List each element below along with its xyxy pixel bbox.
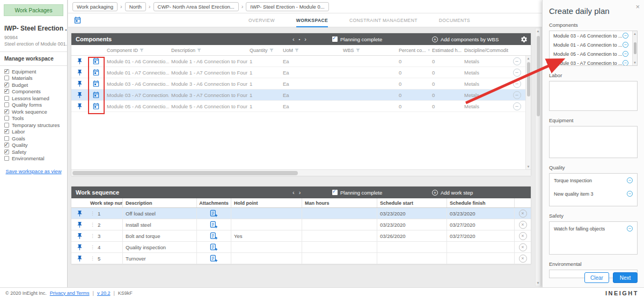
- checkbox-icon[interactable]: [4, 69, 9, 74]
- column-header-hold-point[interactable]: Hold point: [231, 198, 302, 207]
- drag-handle-icon[interactable]: ⋮: [90, 244, 95, 250]
- checkbox-icon[interactable]: [4, 143, 9, 147]
- filter-icon[interactable]: [140, 48, 144, 53]
- add-to-plan-calendar-icon[interactable]: [92, 80, 100, 87]
- work-step-row[interactable]: ⋮5 Turnover ×: [71, 253, 531, 264]
- sidebar-item-environmental[interactable]: Environmental: [0, 155, 67, 162]
- chevron-left-icon[interactable]: ‹: [292, 189, 295, 196]
- remove-icon[interactable]: −: [623, 33, 628, 39]
- scroll-down-icon[interactable]: ▼: [527, 165, 530, 169]
- sidebar-item-labor[interactable]: Labor: [0, 129, 67, 136]
- scrollbar-thumb[interactable]: [527, 62, 530, 96]
- checkbox-icon[interactable]: [4, 89, 9, 94]
- column-header-discipline[interactable]: Discipline/Commodity: [462, 45, 508, 55]
- daily-plan-component-item[interactable]: Module 05 - A6 Connection to ... −: [550, 49, 637, 58]
- next-button[interactable]: Next: [613, 272, 638, 283]
- remove-icon[interactable]: −: [513, 69, 521, 77]
- component-row[interactable]: Module 01 - A7 Connectio... Module 1 - A…: [71, 67, 531, 78]
- checkbox-icon[interactable]: [4, 150, 9, 154]
- checkbox-icon[interactable]: [4, 83, 9, 87]
- delete-icon[interactable]: ×: [519, 221, 527, 229]
- work-step-row[interactable]: ⋮2 Install steel 03/23/2020 03/27/2020 ×: [71, 219, 531, 230]
- attachments-icon[interactable]: [210, 210, 218, 218]
- attachments-icon[interactable]: [210, 243, 218, 251]
- pin-icon[interactable]: [76, 233, 83, 240]
- scroll-down-icon[interactable]: ▼: [537, 281, 540, 285]
- drag-handle-icon[interactable]: ⋮: [90, 233, 95, 239]
- column-header-schedule-finish[interactable]: Schedule finish: [447, 198, 515, 207]
- clear-button[interactable]: Clear: [584, 272, 609, 283]
- components-list-scrollbar[interactable]: ▲ ▼: [632, 31, 637, 65]
- pin-icon[interactable]: [76, 255, 83, 262]
- column-header-work-step-number[interactable]: Work step num...: [87, 198, 123, 207]
- add-to-plan-calendar-icon[interactable]: [92, 91, 100, 99]
- delete-icon[interactable]: ×: [519, 243, 527, 251]
- delete-icon[interactable]: ×: [519, 210, 527, 218]
- scroll-up-icon[interactable]: ▲: [633, 32, 636, 36]
- checked-checkbox-icon[interactable]: [332, 190, 338, 195]
- pin-icon[interactable]: [76, 221, 83, 228]
- column-header-description[interactable]: Description: [123, 198, 197, 207]
- checkbox-icon[interactable]: [4, 129, 9, 134]
- components-horizontal-scrollbar[interactable]: [71, 169, 531, 176]
- remove-icon[interactable]: −: [513, 57, 521, 65]
- version-link[interactable]: v 20.2: [97, 290, 111, 296]
- remove-icon[interactable]: −: [627, 191, 633, 197]
- sidebar-item-safety[interactable]: Safety: [0, 148, 67, 155]
- daily-plan-quality-item[interactable]: New quality item 3 −: [550, 187, 637, 200]
- remove-icon[interactable]: −: [513, 91, 521, 99]
- column-header-man-hours[interactable]: Man hours: [302, 198, 377, 207]
- remove-icon[interactable]: −: [623, 60, 628, 66]
- sidebar-item-materials[interactable]: Materials: [0, 75, 67, 82]
- privacy-terms-link[interactable]: Privacy and Terms: [50, 290, 90, 296]
- close-icon[interactable]: ×: [635, 3, 640, 11]
- pin-icon[interactable]: [76, 92, 83, 99]
- sidebar-item-quality-forms[interactable]: Quality forms: [0, 102, 67, 109]
- components-vertical-scrollbar[interactable]: ▲ ▼: [525, 56, 531, 169]
- column-header-wbs[interactable]: WBS: [341, 45, 397, 55]
- work-sequence-planning-complete[interactable]: Planning complete: [332, 190, 382, 196]
- filter-icon[interactable]: [356, 48, 360, 53]
- settings-gear-icon[interactable]: [521, 35, 528, 45]
- sidebar-item-quality[interactable]: Quality: [0, 142, 67, 149]
- breadcrumb-iwp[interactable]: IWP- Steel Erection - Module 0...: [246, 2, 328, 11]
- work-step-row-selected[interactable]: ⋮1 Off load steel 03/23/2020 03/23/2020 …: [71, 208, 531, 219]
- sidebar-item-components[interactable]: Components: [0, 88, 67, 95]
- chevron-left-icon[interactable]: ‹: [292, 36, 295, 42]
- tab-constraint-management[interactable]: CONSTRAINT MANAGEMENT: [349, 13, 418, 27]
- breadcrumb-work-packaging[interactable]: Work packaging: [72, 2, 118, 11]
- checkbox-icon[interactable]: [4, 76, 9, 80]
- remove-icon[interactable]: −: [623, 42, 628, 48]
- breadcrumb-north[interactable]: North: [125, 2, 146, 11]
- sidebar-item-budget[interactable]: Budget: [0, 81, 67, 88]
- tab-workspace[interactable]: WORKSPACE: [296, 13, 328, 27]
- save-workspace-link[interactable]: Save workspace as view: [2, 168, 65, 174]
- column-header-attachments[interactable]: Attachments: [197, 198, 231, 207]
- pin-icon[interactable]: [76, 80, 83, 87]
- tab-documents[interactable]: DOCUMENTS: [439, 13, 470, 27]
- filter-icon[interactable]: [269, 48, 274, 53]
- add-to-plan-calendar-icon[interactable]: [92, 69, 100, 76]
- work-packages-button[interactable]: Work Packages: [4, 4, 63, 16]
- scrollbar-thumb[interactable]: [537, 36, 540, 116]
- sidebar-item-equipment[interactable]: Equipment: [0, 68, 67, 75]
- remove-icon[interactable]: −: [627, 226, 633, 232]
- column-header-component-id[interactable]: Component ID: [105, 45, 169, 55]
- sidebar-item-goals[interactable]: Goals: [0, 135, 67, 142]
- remove-icon[interactable]: −: [513, 80, 521, 88]
- sidebar-item-tools[interactable]: Tools: [0, 115, 67, 122]
- checked-checkbox-icon[interactable]: [332, 36, 338, 42]
- add-components-by-wbs-button[interactable]: + Add components by WBS: [432, 36, 499, 42]
- work-step-row[interactable]: ⋮3 Bolt and torque Yes 03/26/2020 03/27/…: [71, 230, 531, 242]
- delete-icon[interactable]: ×: [519, 232, 527, 240]
- attachments-icon[interactable]: [210, 232, 218, 240]
- component-row[interactable]: Module 05 - A6 Connectio... Module 5 - A…: [71, 101, 531, 112]
- sidebar-item-work-sequence[interactable]: Work sequence: [0, 108, 67, 115]
- column-header-schedule-start[interactable]: Schedule start: [377, 198, 447, 207]
- column-header-uom[interactable]: UoM: [281, 45, 341, 55]
- scroll-down-icon[interactable]: ▼: [633, 61, 636, 65]
- drag-handle-icon[interactable]: ⋮: [90, 222, 95, 227]
- attachments-icon[interactable]: [210, 221, 218, 229]
- component-row-selected[interactable]: Module 03 - A7 Connection... Module 3 - …: [71, 90, 531, 101]
- attachments-icon[interactable]: [210, 255, 218, 263]
